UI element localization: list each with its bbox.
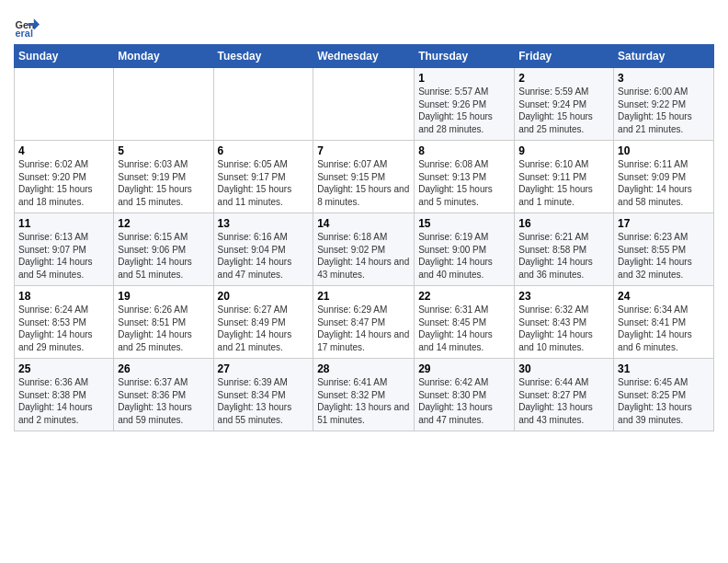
- day-info: Sunrise: 5:59 AM Sunset: 9:24 PM Dayligh…: [518, 86, 609, 135]
- day-number: 27: [218, 362, 310, 375]
- day-cell: 12Sunrise: 6:15 AM Sunset: 9:06 PM Dayli…: [114, 213, 213, 286]
- day-number: 11: [18, 217, 109, 230]
- day-number: 16: [518, 217, 609, 230]
- day-cell: 4Sunrise: 6:02 AM Sunset: 9:20 PM Daylig…: [15, 141, 114, 213]
- header-row: SundayMondayTuesdayWednesdayThursdayFrid…: [15, 45, 714, 68]
- day-cell: 19Sunrise: 6:26 AM Sunset: 8:51 PM Dayli…: [114, 286, 213, 359]
- header-cell-thursday: Thursday: [415, 45, 515, 68]
- day-number: 21: [317, 290, 410, 303]
- header-cell-monday: Monday: [114, 45, 213, 68]
- day-number: 18: [18, 290, 109, 303]
- day-info: Sunrise: 5:57 AM Sunset: 9:26 PM Dayligh…: [418, 86, 510, 135]
- day-number: 17: [618, 217, 710, 230]
- day-cell: 21Sunrise: 6:29 AM Sunset: 8:47 PM Dayli…: [313, 286, 415, 359]
- week-row-4: 18Sunrise: 6:24 AM Sunset: 8:53 PM Dayli…: [15, 286, 714, 359]
- day-cell: 15Sunrise: 6:19 AM Sunset: 9:00 PM Dayli…: [415, 213, 515, 286]
- day-number: 22: [418, 290, 510, 303]
- day-info: Sunrise: 6:41 AM Sunset: 8:32 PM Dayligh…: [317, 376, 410, 426]
- day-cell: [114, 68, 213, 141]
- day-number: 24: [618, 290, 710, 303]
- day-info: Sunrise: 6:27 AM Sunset: 8:49 PM Dayligh…: [218, 304, 310, 353]
- day-cell: 18Sunrise: 6:24 AM Sunset: 8:53 PM Dayli…: [15, 286, 114, 359]
- day-info: Sunrise: 6:34 AM Sunset: 8:41 PM Dayligh…: [618, 304, 710, 353]
- day-cell: 16Sunrise: 6:21 AM Sunset: 8:58 PM Dayli…: [515, 213, 614, 286]
- header-cell-saturday: Saturday: [614, 45, 714, 68]
- week-row-5: 25Sunrise: 6:36 AM Sunset: 8:38 PM Dayli…: [15, 359, 714, 431]
- day-number: 28: [317, 362, 410, 375]
- day-cell: 25Sunrise: 6:36 AM Sunset: 8:38 PM Dayli…: [15, 359, 114, 431]
- day-number: 15: [418, 217, 510, 230]
- day-cell: [15, 68, 114, 141]
- day-number: 25: [18, 362, 109, 375]
- page-header: Gen eral: [14, 9, 714, 39]
- day-cell: 28Sunrise: 6:41 AM Sunset: 8:32 PM Dayli…: [313, 359, 415, 431]
- day-info: Sunrise: 6:24 AM Sunset: 8:53 PM Dayligh…: [18, 304, 109, 353]
- week-row-3: 11Sunrise: 6:13 AM Sunset: 9:07 PM Dayli…: [15, 213, 714, 286]
- day-cell: 31Sunrise: 6:45 AM Sunset: 8:25 PM Dayli…: [614, 359, 714, 431]
- day-number: 4: [18, 144, 109, 157]
- day-cell: 30Sunrise: 6:44 AM Sunset: 8:27 PM Dayli…: [515, 359, 614, 431]
- day-number: 13: [218, 217, 310, 230]
- day-info: Sunrise: 6:16 AM Sunset: 9:04 PM Dayligh…: [218, 231, 310, 281]
- day-info: Sunrise: 6:37 AM Sunset: 8:36 PM Dayligh…: [118, 376, 209, 426]
- day-info: Sunrise: 6:18 AM Sunset: 9:02 PM Dayligh…: [317, 231, 410, 281]
- day-cell: 26Sunrise: 6:37 AM Sunset: 8:36 PM Dayli…: [114, 359, 213, 431]
- week-row-2: 4Sunrise: 6:02 AM Sunset: 9:20 PM Daylig…: [15, 141, 714, 213]
- day-cell: 14Sunrise: 6:18 AM Sunset: 9:02 PM Dayli…: [313, 213, 415, 286]
- day-cell: 20Sunrise: 6:27 AM Sunset: 8:49 PM Dayli…: [213, 286, 313, 359]
- day-number: 12: [118, 217, 209, 230]
- calendar-table: SundayMondayTuesdayWednesdayThursdayFrid…: [14, 44, 714, 431]
- day-info: Sunrise: 6:26 AM Sunset: 8:51 PM Dayligh…: [118, 304, 209, 353]
- day-info: Sunrise: 6:02 AM Sunset: 9:20 PM Dayligh…: [18, 158, 109, 208]
- day-info: Sunrise: 6:21 AM Sunset: 8:58 PM Dayligh…: [518, 231, 609, 281]
- header-cell-tuesday: Tuesday: [213, 45, 313, 68]
- day-info: Sunrise: 6:15 AM Sunset: 9:06 PM Dayligh…: [118, 231, 209, 281]
- day-number: 10: [618, 144, 710, 157]
- header-cell-wednesday: Wednesday: [313, 45, 415, 68]
- day-info: Sunrise: 6:03 AM Sunset: 9:19 PM Dayligh…: [118, 158, 209, 208]
- day-info: Sunrise: 6:32 AM Sunset: 8:43 PM Dayligh…: [518, 304, 609, 353]
- day-cell: 7Sunrise: 6:07 AM Sunset: 9:15 PM Daylig…: [313, 141, 415, 213]
- day-info: Sunrise: 6:45 AM Sunset: 8:25 PM Dayligh…: [618, 376, 710, 426]
- day-number: 30: [518, 362, 609, 375]
- day-cell: 13Sunrise: 6:16 AM Sunset: 9:04 PM Dayli…: [213, 213, 313, 286]
- day-cell: 3Sunrise: 6:00 AM Sunset: 9:22 PM Daylig…: [614, 68, 714, 141]
- header-cell-sunday: Sunday: [15, 45, 114, 68]
- day-number: 3: [618, 72, 710, 85]
- day-info: Sunrise: 6:39 AM Sunset: 8:34 PM Dayligh…: [218, 376, 310, 426]
- day-number: 26: [118, 362, 209, 375]
- day-cell: [313, 68, 415, 141]
- day-cell: 8Sunrise: 6:08 AM Sunset: 9:13 PM Daylig…: [415, 141, 515, 213]
- day-info: Sunrise: 6:05 AM Sunset: 9:17 PM Dayligh…: [218, 158, 310, 208]
- day-cell: 2Sunrise: 5:59 AM Sunset: 9:24 PM Daylig…: [515, 68, 614, 141]
- day-info: Sunrise: 6:07 AM Sunset: 9:15 PM Dayligh…: [317, 158, 410, 208]
- day-number: 19: [118, 290, 209, 303]
- logo: Gen eral: [14, 13, 43, 39]
- day-info: Sunrise: 6:08 AM Sunset: 9:13 PM Dayligh…: [418, 158, 510, 208]
- week-row-1: 1Sunrise: 5:57 AM Sunset: 9:26 PM Daylig…: [15, 68, 714, 141]
- day-info: Sunrise: 6:19 AM Sunset: 9:00 PM Dayligh…: [418, 231, 510, 281]
- day-cell: 11Sunrise: 6:13 AM Sunset: 9:07 PM Dayli…: [15, 213, 114, 286]
- day-cell: 5Sunrise: 6:03 AM Sunset: 9:19 PM Daylig…: [114, 141, 213, 213]
- day-cell: 24Sunrise: 6:34 AM Sunset: 8:41 PM Dayli…: [614, 286, 714, 359]
- day-number: 29: [418, 362, 510, 375]
- day-number: 7: [317, 144, 410, 157]
- day-number: 9: [518, 144, 609, 157]
- svg-text:eral: eral: [16, 28, 33, 39]
- calendar-header: SundayMondayTuesdayWednesdayThursdayFrid…: [15, 45, 714, 68]
- day-info: Sunrise: 6:11 AM Sunset: 9:09 PM Dayligh…: [618, 158, 710, 208]
- day-info: Sunrise: 6:13 AM Sunset: 9:07 PM Dayligh…: [18, 231, 109, 281]
- day-cell: 9Sunrise: 6:10 AM Sunset: 9:11 PM Daylig…: [515, 141, 614, 213]
- logo-icon: Gen eral: [14, 13, 40, 39]
- day-info: Sunrise: 6:42 AM Sunset: 8:30 PM Dayligh…: [418, 376, 510, 426]
- day-cell: 27Sunrise: 6:39 AM Sunset: 8:34 PM Dayli…: [213, 359, 313, 431]
- day-cell: 29Sunrise: 6:42 AM Sunset: 8:30 PM Dayli…: [415, 359, 515, 431]
- day-cell: 6Sunrise: 6:05 AM Sunset: 9:17 PM Daylig…: [213, 141, 313, 213]
- day-number: 20: [218, 290, 310, 303]
- header-cell-friday: Friday: [515, 45, 614, 68]
- day-cell: 22Sunrise: 6:31 AM Sunset: 8:45 PM Dayli…: [415, 286, 515, 359]
- day-cell: 23Sunrise: 6:32 AM Sunset: 8:43 PM Dayli…: [515, 286, 614, 359]
- day-cell: 17Sunrise: 6:23 AM Sunset: 8:55 PM Dayli…: [614, 213, 714, 286]
- day-info: Sunrise: 6:00 AM Sunset: 9:22 PM Dayligh…: [618, 86, 710, 135]
- day-cell: 1Sunrise: 5:57 AM Sunset: 9:26 PM Daylig…: [415, 68, 515, 141]
